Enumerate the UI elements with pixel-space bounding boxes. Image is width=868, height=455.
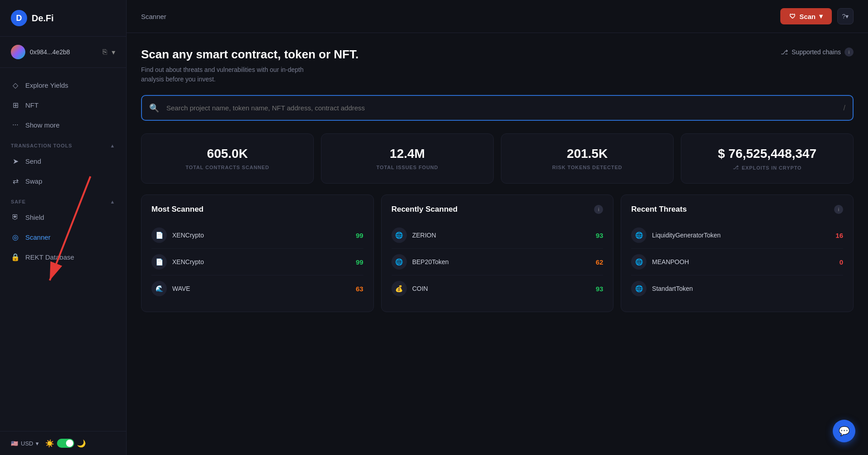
topbar-actions: 🛡 Scan ▾ ? ▾ (780, 8, 854, 24)
wallet-copy-icon[interactable]: ⎘ (103, 48, 107, 56)
toggle-track[interactable] (57, 439, 74, 448)
token-name: StandartToken (652, 285, 838, 292)
wallet-row[interactable]: 0x984...4e2b8 ⎘ ▾ (0, 37, 126, 68)
token-avatar: 🌐 (631, 228, 646, 243)
logo-icon: D (11, 10, 27, 26)
section-safe-collapse[interactable]: ▲ (110, 199, 115, 204)
token-avatar: 📄 (151, 228, 167, 243)
rekt-icon: 🔒 (11, 252, 20, 261)
section-tx-collapse[interactable]: ▲ (110, 143, 115, 148)
stat-card-issues: 12.4M TOTAL ISSUES FOUND (321, 133, 494, 184)
search-slash-icon: / (844, 104, 845, 112)
token-score: 0 (840, 258, 843, 266)
scan-button[interactable]: 🛡 Scan ▾ (780, 8, 832, 24)
sidebar-item-scanner[interactable]: ◎ Scanner (0, 227, 126, 247)
token-avatar: 🌐 (392, 254, 407, 270)
search-input[interactable] (141, 95, 854, 121)
stat-label-exploits: ⎇ EXPLOITS IN CRYPTO (692, 165, 842, 171)
logo-text: De.Fi (32, 13, 54, 24)
moon-icon: 🌙 (77, 439, 86, 448)
token-name: LiquidityGeneratorToken (652, 232, 830, 239)
sidebar-label-rekt: REKT Database (25, 253, 74, 261)
list-item[interactable]: 📄 XENCrypto 99 (151, 249, 363, 275)
toggle-thumb (66, 440, 73, 447)
list-item[interactable]: 📄 XENCrypto 99 (151, 222, 363, 249)
sidebar-label-shield: Shield (25, 213, 44, 221)
sidebar-label-nft: NFT (25, 101, 38, 109)
token-score: 99 (356, 232, 363, 239)
token-avatar: 🌐 (392, 228, 407, 243)
recently-scanned-info-icon[interactable]: i (594, 205, 603, 214)
wallet-chevron-icon[interactable]: ▾ (112, 48, 115, 57)
hero-section: Scan any smart contract, token or NFT. F… (141, 47, 854, 84)
most-scanned-header: Most Scanned (151, 205, 363, 214)
page-content: Scan any smart contract, token or NFT. F… (127, 33, 868, 323)
list-item[interactable]: 🌊 WAVE 63 (151, 275, 363, 302)
supported-chains-info-icon[interactable]: i (844, 47, 854, 57)
currency-selector[interactable]: 🇺🇸 USD ▾ (11, 440, 39, 447)
stat-card-risk: 201.5K RISK TOKENS DETECTED (501, 133, 674, 184)
stat-label-contracts: TOTAL CONTRACTS SCANNED (152, 165, 302, 170)
section-tx-header: TRANSACTION TOOLS ▲ (0, 138, 126, 151)
sidebar-item-shield[interactable]: ⛨ Shield (0, 207, 126, 227)
sidebar-item-rekt-database[interactable]: 🔒 REKT Database (0, 247, 126, 267)
sidebar-item-swap[interactable]: ⇄ Swap (0, 171, 126, 191)
sidebar-item-send[interactable]: ➤ Send (0, 151, 126, 171)
token-name: BEP20Token (412, 258, 590, 265)
recent-threats-header: Recent Threats i (631, 205, 843, 214)
stat-label-risk: RISK TOKENS DETECTED (512, 165, 662, 170)
token-avatar: 🌐 (631, 254, 646, 270)
sun-icon: ☀️ (45, 439, 54, 448)
supported-chains-button[interactable]: ⎇ Supported chains i (781, 47, 854, 57)
stat-card-contracts: 605.0K TOTAL CONTRACTS SCANNED (141, 133, 314, 184)
chains-icon: ⎇ (781, 48, 788, 56)
sidebar-bottom: 🇺🇸 USD ▾ ☀️ 🌙 (0, 431, 126, 455)
token-score: 16 (835, 232, 843, 239)
search-container: 🔍 / (141, 95, 854, 121)
main-content: Scanner 🛡 Scan ▾ ? ▾ Scan any smart cont… (127, 0, 868, 455)
exploits-icon: ⎇ (733, 165, 739, 171)
sidebar-label-explore-yields: Explore Yields (25, 81, 68, 89)
list-item[interactable]: 🌐 StandartToken (631, 275, 843, 302)
hero-text: Scan any smart contract, token or NFT. F… (141, 47, 359, 84)
list-item[interactable]: 🌐 MEANPOOH 0 (631, 249, 843, 275)
scanner-icon: ◎ (11, 232, 20, 242)
stat-card-exploits: $ 76,525,448,347 ⎇ EXPLOITS IN CRYPTO (681, 133, 854, 184)
topbar: Scanner 🛡 Scan ▾ ? ▾ (127, 0, 868, 33)
token-name: COIN (412, 285, 590, 292)
stat-label-issues: TOTAL ISSUES FOUND (332, 165, 482, 170)
help-button[interactable]: ? ▾ (837, 8, 854, 24)
list-item[interactable]: 💰 COIN 93 (392, 275, 604, 302)
most-scanned-card: Most Scanned 📄 XENCrypto 99 📄 XENCrypto … (141, 194, 374, 312)
scan-shield-icon: 🛡 (789, 13, 796, 20)
nft-icon: ⊞ (11, 100, 20, 109)
stat-value-issues: 12.4M (332, 147, 482, 161)
explore-icon: ◇ (11, 81, 20, 90)
token-avatar: 📄 (151, 254, 167, 270)
token-score: 99 (356, 258, 363, 266)
sidebar-item-explore-yields[interactable]: ◇ Explore Yields (0, 75, 126, 95)
chat-fab[interactable]: 💬 (833, 420, 855, 442)
token-score: 63 (356, 285, 363, 293)
sidebar-item-nft[interactable]: ⊞ NFT (0, 95, 126, 115)
topbar-title: Scanner (141, 13, 166, 20)
scan-button-label: Scan (799, 13, 816, 20)
sidebar-label-swap: Swap (25, 177, 42, 185)
stat-value-risk: 201.5K (512, 147, 662, 161)
list-item[interactable]: 🌐 LiquidityGeneratorToken 16 (631, 222, 843, 249)
recent-threats-card: Recent Threats i 🌐 LiquidityGeneratorTok… (621, 194, 854, 312)
search-icon: 🔍 (149, 103, 159, 113)
sidebar-item-show-more[interactable]: ··· Show more (0, 115, 126, 135)
lists-grid: Most Scanned 📄 XENCrypto 99 📄 XENCrypto … (141, 194, 854, 312)
list-item[interactable]: 🌐 BEP20Token 62 (392, 249, 604, 275)
currency-flag: 🇺🇸 (11, 440, 18, 447)
send-icon: ➤ (11, 156, 20, 166)
list-item[interactable]: 🌐 ZERION 93 (392, 222, 604, 249)
token-score: 62 (596, 258, 604, 266)
token-name: XENCrypto (172, 258, 350, 265)
theme-toggle[interactable]: ☀️ 🌙 (45, 439, 86, 448)
hero-heading: Scan any smart contract, token or NFT. (141, 47, 359, 62)
swap-icon: ⇄ (11, 176, 20, 185)
recent-threats-info-icon[interactable]: i (834, 205, 843, 214)
avatar (11, 45, 25, 59)
